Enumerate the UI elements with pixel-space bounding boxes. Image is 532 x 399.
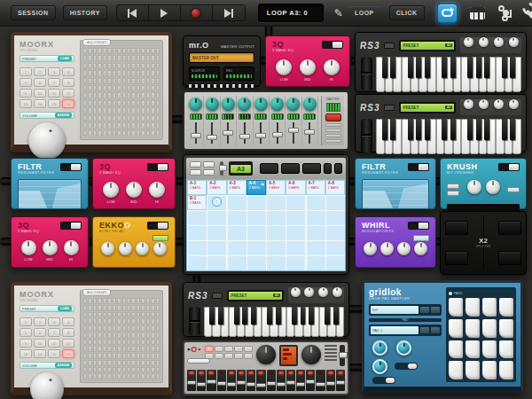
step-cell[interactable] xyxy=(122,332,126,339)
step-cell[interactable] xyxy=(131,107,135,113)
step-cell[interactable] xyxy=(113,325,116,332)
fader-cap[interactable] xyxy=(239,134,250,139)
step-cell[interactable] xyxy=(113,48,116,54)
step-cell[interactable] xyxy=(93,318,97,325)
step-cell[interactable] xyxy=(107,340,111,346)
step-cell[interactable] xyxy=(103,122,106,129)
step-cell[interactable] xyxy=(122,55,126,61)
step-cell[interactable] xyxy=(151,100,154,106)
mro-rec-section[interactable]: REC xyxy=(223,66,254,81)
piano-black-key[interactable] xyxy=(467,119,473,140)
step-cell[interactable] xyxy=(151,367,154,373)
piano-black-key[interactable] xyxy=(442,119,447,140)
knob[interactable] xyxy=(467,180,481,194)
step-cell[interactable] xyxy=(122,318,126,325)
keypad-key[interactable]: 15 xyxy=(48,99,60,108)
keypad-key[interactable]: 2 xyxy=(34,67,46,76)
piano-black-key[interactable] xyxy=(292,307,297,325)
x2-output-port[interactable] xyxy=(498,221,521,235)
step-cell[interactable] xyxy=(131,298,135,304)
step-cell[interactable] xyxy=(137,367,140,373)
step-cell[interactable] xyxy=(137,298,140,304)
fader-cap[interactable] xyxy=(326,381,335,386)
moorx-data-knob[interactable] xyxy=(28,122,66,160)
knob[interactable] xyxy=(509,37,519,47)
filtr-bypass-switch[interactable] xyxy=(408,163,429,171)
step-cell[interactable] xyxy=(117,63,121,69)
step-cell[interactable] xyxy=(137,78,140,84)
fader-cap[interactable] xyxy=(197,382,206,387)
step-cell[interactable] xyxy=(141,373,145,379)
moorx-data-knob[interactable] xyxy=(30,372,64,399)
step-cell[interactable] xyxy=(103,373,106,379)
step-cell[interactable] xyxy=(98,48,101,54)
step-cell[interactable] xyxy=(141,115,145,121)
knob[interactable] xyxy=(332,287,342,297)
step-cell[interactable] xyxy=(113,78,116,84)
keypad-key[interactable]: 1 xyxy=(20,67,32,76)
step-cell[interactable] xyxy=(131,325,135,332)
knob[interactable] xyxy=(304,287,314,297)
piano-black-key[interactable] xyxy=(390,57,395,78)
play-button[interactable] xyxy=(149,5,181,20)
step-cell[interactable] xyxy=(117,130,121,137)
step-cell[interactable] xyxy=(141,340,145,346)
step-cell[interactable] xyxy=(137,107,140,113)
step-cell[interactable] xyxy=(127,70,130,76)
step-cell[interactable] xyxy=(88,107,91,113)
keypad-key[interactable]: 16 xyxy=(62,99,74,108)
step-cell[interactable] xyxy=(117,55,121,61)
edit-pencil-icon[interactable]: ✎ xyxy=(334,7,343,20)
piano-black-key[interactable] xyxy=(218,307,223,325)
step-cell[interactable] xyxy=(141,122,145,129)
step-cell[interactable] xyxy=(98,55,101,61)
step-cell[interactable] xyxy=(141,107,145,113)
step-cell[interactable] xyxy=(117,85,121,91)
session-clip[interactable]: A-82 BARS xyxy=(325,180,345,195)
step-cell[interactable] xyxy=(156,332,160,339)
fader-cap[interactable] xyxy=(304,129,315,135)
step-cell[interactable] xyxy=(131,360,135,366)
step-cell[interactable] xyxy=(127,130,130,137)
step-cell[interactable] xyxy=(88,312,91,318)
fader-cap[interactable] xyxy=(336,380,345,385)
step-cell[interactable] xyxy=(98,100,101,106)
step-cell[interactable] xyxy=(113,360,116,366)
channel-fader[interactable] xyxy=(191,122,201,145)
session-clip[interactable]: B-12 BARS xyxy=(187,195,207,210)
step-cell[interactable] xyxy=(113,115,116,121)
step-cell[interactable] xyxy=(156,63,160,69)
step-cell[interactable] xyxy=(156,367,160,373)
fader-cap[interactable] xyxy=(296,382,305,387)
record-button[interactable] xyxy=(181,5,213,20)
step-cell[interactable] xyxy=(107,92,111,98)
keypad-key[interactable]: 6 xyxy=(34,78,46,87)
step-cell[interactable] xyxy=(107,107,111,113)
step-cell[interactable] xyxy=(146,78,150,84)
step-cell[interactable] xyxy=(122,373,126,379)
step-cell[interactable] xyxy=(131,48,135,54)
piano-black-key[interactable] xyxy=(408,119,413,140)
beatbox-pad[interactable] xyxy=(244,346,253,352)
step-cell[interactable] xyxy=(93,85,97,91)
step-cell[interactable] xyxy=(137,312,140,318)
step-cell[interactable] xyxy=(137,70,140,76)
step-cell[interactable] xyxy=(137,325,140,332)
step-cell[interactable] xyxy=(107,353,111,359)
skip-forward-button[interactable] xyxy=(213,5,245,20)
drum-pad[interactable] xyxy=(466,361,480,379)
step-cell[interactable] xyxy=(131,122,135,129)
keypad-key[interactable]: 11 xyxy=(48,339,60,348)
step-cell[interactable] xyxy=(88,63,91,69)
step-cell[interactable] xyxy=(117,340,121,346)
step-cell[interactable] xyxy=(156,100,160,106)
knob[interactable] xyxy=(136,242,149,255)
step-cell[interactable] xyxy=(122,107,126,113)
step-cell[interactable] xyxy=(156,340,160,346)
keypad-key[interactable]: 9 xyxy=(20,339,32,348)
step-cell[interactable] xyxy=(107,122,111,129)
step-cell[interactable] xyxy=(131,340,135,346)
fader-cap[interactable] xyxy=(255,133,266,138)
step-cell[interactable] xyxy=(93,312,97,318)
step-cell[interactable] xyxy=(156,55,160,61)
